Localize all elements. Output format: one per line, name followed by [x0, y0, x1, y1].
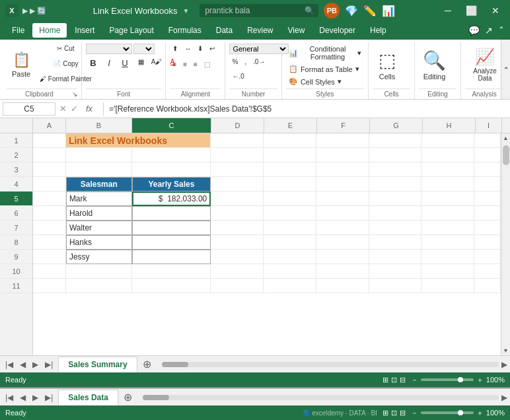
cell-H1[interactable] [421, 133, 474, 148]
col-header-E[interactable]: E [264, 118, 317, 133]
cell-D3[interactable] [211, 162, 264, 177]
zoom-slider[interactable] [421, 378, 474, 381]
border-button[interactable]: ▦ [133, 57, 148, 71]
formula-input[interactable] [106, 104, 507, 114]
cell-F9[interactable] [316, 250, 369, 264]
cell-D8[interactable] [211, 235, 264, 250]
cell-E2[interactable] [264, 148, 316, 162]
cell-E3[interactable] [264, 162, 316, 177]
bold-button[interactable]: B [86, 57, 100, 71]
cell-G11[interactable] [369, 279, 422, 293]
cell-B5[interactable]: Mark [66, 192, 132, 206]
cell-G10[interactable] [369, 264, 422, 279]
cell-D9[interactable] [211, 250, 264, 264]
conditional-formatting-button[interactable]: 📊 Conditional Formatting ▾ [286, 44, 364, 62]
row-header-7[interactable]: 7 [0, 221, 32, 235]
cell-I11[interactable] [474, 279, 501, 293]
sheet-nav-prev[interactable]: ◀ [17, 359, 28, 370]
row-header-10[interactable]: 10 [0, 264, 32, 279]
underline-button[interactable]: U [118, 57, 132, 71]
cell-A3[interactable] [33, 162, 66, 177]
cell-D5[interactable] [211, 192, 264, 206]
menu-view[interactable]: View [281, 23, 312, 38]
menu-developer[interactable]: Developer [312, 23, 362, 38]
sheet-nav-next[interactable]: ▶ [30, 359, 41, 370]
share-icon[interactable]: ↗ [485, 25, 493, 36]
row-header-1[interactable]: 1 [0, 133, 32, 148]
cell-G6[interactable] [369, 206, 422, 221]
cell-F5[interactable] [316, 192, 369, 206]
col-header-G[interactable]: G [370, 118, 423, 133]
row-header-8[interactable]: 8 [0, 235, 32, 250]
cell-A4[interactable] [33, 177, 66, 192]
cell-C4[interactable]: Yearly Sales [132, 177, 211, 192]
cell-C11[interactable] [132, 279, 211, 293]
cell-F4[interactable] [316, 177, 369, 192]
row-header-3[interactable]: 3 [0, 162, 32, 177]
cell-B10[interactable] [66, 264, 132, 279]
second-page-layout-view-icon[interactable]: ⊡ [391, 409, 397, 417]
cell-C3[interactable] [132, 162, 211, 177]
second-h-scrollbar-thumb[interactable] [143, 395, 169, 400]
cell-D2[interactable] [211, 148, 264, 162]
cell-B7[interactable]: Walter [66, 221, 132, 235]
cell-F1[interactable] [316, 133, 369, 148]
cell-A2[interactable] [33, 148, 66, 162]
cell-B6[interactable]: Harold [66, 206, 132, 221]
row-header-5[interactable]: 5 [0, 192, 32, 206]
cell-G4[interactable] [369, 177, 422, 192]
align-center-button[interactable]: ≡ [180, 59, 190, 73]
cell-H8[interactable] [421, 235, 474, 250]
horizontal-scrollbar[interactable] [162, 362, 499, 367]
col-header-F[interactable]: F [317, 118, 370, 133]
menu-home[interactable]: Home [32, 23, 67, 38]
page-layout-view-icon[interactable]: ⊡ [391, 376, 397, 384]
cell-E11[interactable] [264, 279, 316, 293]
cell-I8[interactable] [474, 235, 501, 250]
second-scroll-right-btn[interactable]: ▶ [501, 393, 507, 402]
scroll-down-button[interactable]: ▼ [501, 346, 511, 355]
cell-I10[interactable] [474, 264, 501, 279]
close-button[interactable]: ✕ [486, 4, 505, 17]
cell-C2[interactable] [132, 148, 211, 162]
add-sheet-button[interactable]: ⊕ [137, 357, 157, 372]
cell-F3[interactable] [316, 162, 369, 177]
col-header-B[interactable]: B [66, 118, 132, 133]
cell-B3[interactable] [66, 162, 132, 177]
cell-I1[interactable] [474, 133, 501, 148]
analyze-data-button[interactable]: 📈 Analyze Data [465, 44, 505, 86]
col-header-H[interactable]: H [423, 118, 476, 133]
font-family-select[interactable] [86, 44, 132, 54]
menu-formulas[interactable]: Formulas [162, 23, 208, 38]
sheet-nav-last[interactable]: ▶| [42, 359, 55, 370]
cell-H4[interactable] [421, 177, 474, 192]
cell-D10[interactable] [211, 264, 264, 279]
cell-B8[interactable]: Hanks [66, 235, 132, 250]
menu-review[interactable]: Review [240, 23, 279, 38]
cell-G5[interactable] [369, 192, 422, 206]
cell-E6[interactable] [264, 206, 316, 221]
align-top-button[interactable]: ⬆ [170, 44, 180, 57]
second-horizontal-scrollbar[interactable] [143, 395, 499, 400]
h-scrollbar-thumb[interactable] [162, 362, 188, 367]
cell-H7[interactable] [421, 221, 474, 235]
cell-A10[interactable] [33, 264, 66, 279]
minimize-button[interactable]: ─ [439, 4, 456, 17]
second-sheet-nav-next[interactable]: ▶ [30, 392, 41, 403]
row-header-4[interactable]: 4 [0, 177, 32, 192]
cell-D7[interactable] [211, 221, 264, 235]
collapse-ribbon-btn[interactable]: ⌃ [498, 25, 505, 36]
paste-button[interactable]: 📋 Paste [7, 44, 36, 86]
cell-I4[interactable] [474, 177, 501, 192]
cell-H10[interactable] [421, 264, 474, 279]
wrap-button[interactable]: ↩ [207, 44, 217, 57]
align-left-button[interactable]: ≡ [170, 59, 179, 73]
zoom-out-btn[interactable]: － [411, 375, 418, 385]
fill-color-button[interactable]: A🖌 [149, 57, 164, 71]
menu-help[interactable]: Help [363, 23, 393, 38]
cell-B9[interactable]: Jessy [66, 250, 132, 264]
row-header-2[interactable]: 2 [0, 148, 32, 162]
cell-C6[interactable] [132, 206, 211, 221]
cell-E1[interactable] [264, 133, 316, 148]
col-header-C[interactable]: C [132, 118, 211, 133]
